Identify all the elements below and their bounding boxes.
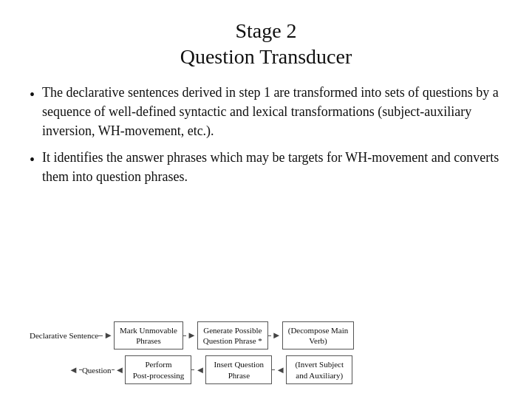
bullet-dot-2: • (30, 149, 35, 171)
bullet-dot-1: • (30, 84, 35, 106)
arrow5: ◄ (195, 364, 205, 376)
question-label: Question (82, 366, 112, 375)
slide-title: Stage 2 Question Transducer (30, 18, 502, 69)
declarative-sentence-label: Declarative Sentence (30, 331, 98, 340)
line2b (112, 369, 115, 370)
arrow6: ◄ (276, 364, 285, 376)
flow-diagram: Declarative Sentence ► Mark UnmovablePhr… (30, 321, 502, 384)
line1b (183, 335, 186, 336)
insert-question-box: Insert QuestionPhrase (205, 355, 272, 384)
arrow2: ► (187, 330, 197, 341)
slide: Stage 2 Question Transducer • The declar… (0, 0, 532, 399)
bullet-text-2: It identifies the answer phrases which m… (42, 148, 502, 186)
arrow1: ► (103, 330, 113, 341)
arrow4: ◄ (115, 364, 125, 376)
bullet-text-1: The declarative sentences derived in ste… (42, 83, 502, 140)
bullet-item-1: • The declarative sentences derived in s… (30, 83, 502, 140)
bullet-list: • The declarative sentences derived in s… (30, 83, 502, 307)
title-line2: Question Transducer (180, 45, 352, 68)
line2c (191, 369, 194, 370)
line2d (272, 369, 275, 370)
bullet-item-2: • It identifies the answer phrases which… (30, 148, 502, 186)
line1c (268, 335, 271, 336)
line1a (98, 335, 103, 336)
diagram-row1: Declarative Sentence ► Mark UnmovablePhr… (30, 321, 502, 350)
diagram-row2: ◄ Question ◄ PerformPost-processing ◄ In… (30, 355, 502, 384)
invert-subject-box: (Invert Subjectand Auxiliary) (286, 355, 352, 384)
mark-unmovable-box: Mark UnmovablePhrases (114, 321, 183, 350)
arrow3: ► (272, 330, 282, 341)
decompose-verb-box: (Decompose MainVerb) (282, 321, 355, 350)
post-processing-box: PerformPost-processing (125, 355, 191, 384)
arrow-question: ◄ (69, 364, 78, 376)
title-line1: Stage 2 (235, 19, 296, 42)
generate-possible-box: Generate PossibleQuestion Phrase * (197, 321, 268, 350)
